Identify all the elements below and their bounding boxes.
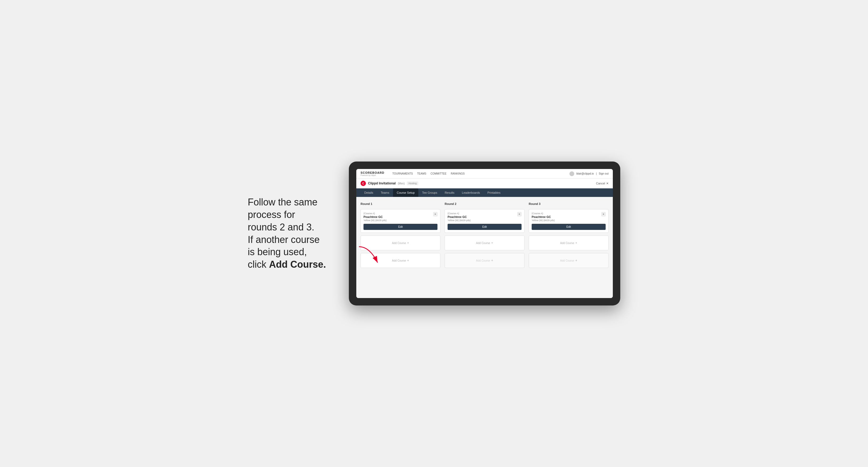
round-3-course-name: Peachtree GC bbox=[532, 215, 601, 218]
cancel-x-icon: ✕ bbox=[606, 182, 609, 185]
clippd-icon: C bbox=[361, 181, 366, 186]
round-2-delete-button[interactable]: ✕ bbox=[517, 212, 522, 216]
round-1-edit-button[interactable]: Edit bbox=[364, 224, 437, 230]
round-3-title: Round 3 bbox=[529, 202, 609, 206]
plus-icon-6: + bbox=[575, 259, 577, 262]
tab-printables[interactable]: Printables bbox=[484, 188, 504, 197]
round-1-course-details: Yellow (M) (6629 yds) bbox=[364, 219, 433, 222]
tab-results[interactable]: Results bbox=[441, 188, 458, 197]
nav-separator: | bbox=[596, 172, 597, 175]
round-2-edit-button[interactable]: Edit bbox=[447, 224, 522, 230]
tab-bar: Details Teams Course Setup Tee Groups Re… bbox=[356, 188, 613, 197]
round-2-add-course-text-1: Add Course + bbox=[476, 241, 493, 245]
tab-teams[interactable]: Teams bbox=[377, 188, 393, 197]
round-3-add-course-text-2: Add Course + bbox=[560, 259, 577, 262]
round-3-delete-button[interactable]: ✕ bbox=[601, 212, 606, 216]
user-email: blair@clippd.io bbox=[576, 172, 594, 175]
tab-tee-groups[interactable]: Tee Groups bbox=[418, 188, 441, 197]
plus-icon-1: + bbox=[407, 241, 409, 245]
round-3-add-course-2: Add Course + bbox=[529, 253, 609, 268]
round-3-card-header: (Course A) Peachtree GC Yellow (M) (6629… bbox=[532, 212, 606, 222]
round-1-add-course-text-1: Add Course + bbox=[392, 241, 409, 245]
main-content: Round 1 (Course A) Peachtree GC Yellow (… bbox=[356, 197, 613, 298]
round-2-title: Round 2 bbox=[445, 202, 524, 206]
round-3-add-course-1[interactable]: Add Course + bbox=[529, 236, 609, 250]
sub-header: C Clippd Invitational (Men) Hosting Canc… bbox=[356, 179, 613, 188]
user-area: blair@clippd.io | Sign out bbox=[569, 172, 609, 176]
instruction-text: Follow the same process for rounds 2 and… bbox=[248, 196, 333, 271]
nav-teams[interactable]: TEAMS bbox=[417, 172, 426, 176]
round-1-add-course-2[interactable]: Add Course + bbox=[361, 253, 440, 268]
round-1-column: Round 1 (Course A) Peachtree GC Yellow (… bbox=[361, 202, 440, 268]
round-3-edit-button[interactable]: Edit bbox=[532, 224, 606, 230]
tab-course-setup[interactable]: Course Setup bbox=[393, 188, 418, 197]
plus-icon-2: + bbox=[407, 259, 409, 262]
round-1-title: Round 1 bbox=[361, 202, 440, 206]
round-2-course-details: Yellow (M) (6629 yds) bbox=[447, 219, 517, 222]
powered-by: Powered by clippd bbox=[361, 174, 384, 176]
round-1-course-info: (Course A) Peachtree GC Yellow (M) (6629… bbox=[364, 212, 433, 222]
round-2-add-course-1[interactable]: Add Course + bbox=[445, 236, 524, 250]
cancel-button[interactable]: Cancel ✕ bbox=[596, 182, 609, 185]
round-1-add-course-text-2: Add Course + bbox=[392, 259, 409, 262]
tablet-screen: SCOREBOARD Powered by clippd TOURNAMENTS… bbox=[356, 169, 613, 298]
round-3-course-info: (Course A) Peachtree GC Yellow (M) (6629… bbox=[532, 212, 601, 222]
round-1-course-card: (Course A) Peachtree GC Yellow (M) (6629… bbox=[361, 209, 440, 233]
round-3-course-card: (Course A) Peachtree GC Yellow (M) (6629… bbox=[529, 209, 609, 233]
brand-name: SCOREBOARD bbox=[361, 171, 384, 174]
hosting-badge: Hosting bbox=[407, 182, 418, 185]
round-3-course-label: (Course A) bbox=[532, 212, 601, 215]
rounds-grid: Round 1 (Course A) Peachtree GC Yellow (… bbox=[361, 202, 609, 268]
round-3-column: Round 3 (Course A) Peachtree GC Yellow (… bbox=[529, 202, 609, 268]
round-1-delete-button[interactable]: ✕ bbox=[433, 212, 437, 216]
round-2-course-card: (Course A) Peachtree GC Yellow (M) (6629… bbox=[445, 209, 524, 233]
round-2-card-header: (Course A) Peachtree GC Yellow (M) (6629… bbox=[447, 212, 522, 222]
tournament-name: Clippd Invitational bbox=[368, 182, 396, 185]
nav-links: TOURNAMENTS TEAMS COMMITTEE RANKINGS bbox=[392, 172, 564, 176]
round-3-course-details: Yellow (M) (6629 yds) bbox=[532, 219, 601, 222]
nav-tournaments[interactable]: TOURNAMENTS bbox=[392, 172, 413, 176]
plus-icon-5: + bbox=[575, 241, 577, 245]
round-2-add-course-text-2: Add Course + bbox=[476, 259, 493, 262]
plus-icon-3: + bbox=[491, 241, 493, 245]
round-1-add-course-annotation: Add Course + bbox=[361, 236, 440, 250]
round-1-card-header: (Course A) Peachtree GC Yellow (M) (6629… bbox=[364, 212, 437, 222]
tab-leaderboards[interactable]: Leaderboards bbox=[458, 188, 484, 197]
page-wrapper: Follow the same process for rounds 2 and… bbox=[248, 161, 620, 306]
round-2-column: Round 2 (Course A) Peachtree GC Yellow (… bbox=[445, 202, 524, 268]
sub-header-left: C Clippd Invitational (Men) Hosting bbox=[361, 181, 418, 186]
round-1-course-label: (Course A) bbox=[364, 212, 433, 215]
plus-icon-4: + bbox=[491, 259, 493, 262]
tournament-gender: (Men) bbox=[398, 182, 405, 185]
sign-out-link[interactable]: Sign out bbox=[599, 172, 609, 175]
round-2-course-info: (Course A) Peachtree GC Yellow (M) (6629… bbox=[447, 212, 517, 222]
round-3-add-course-text-1: Add Course + bbox=[560, 241, 577, 245]
round-2-course-label: (Course A) bbox=[447, 212, 517, 215]
round-1-course-name: Peachtree GC bbox=[364, 215, 433, 218]
nav-rankings[interactable]: RANKINGS bbox=[451, 172, 465, 176]
brand-logo: SCOREBOARD Powered by clippd bbox=[361, 171, 384, 176]
round-2-add-course-2: Add Course + bbox=[445, 253, 524, 268]
tablet-frame: SCOREBOARD Powered by clippd TOURNAMENTS… bbox=[349, 161, 620, 306]
round-1-add-course-1[interactable]: Add Course + bbox=[361, 236, 440, 250]
round-2-course-name: Peachtree GC bbox=[447, 215, 517, 218]
nav-committee[interactable]: COMMITTEE bbox=[431, 172, 446, 176]
user-avatar bbox=[569, 172, 574, 176]
top-nav: SCOREBOARD Powered by clippd TOURNAMENTS… bbox=[356, 169, 613, 179]
tab-details[interactable]: Details bbox=[361, 188, 377, 197]
